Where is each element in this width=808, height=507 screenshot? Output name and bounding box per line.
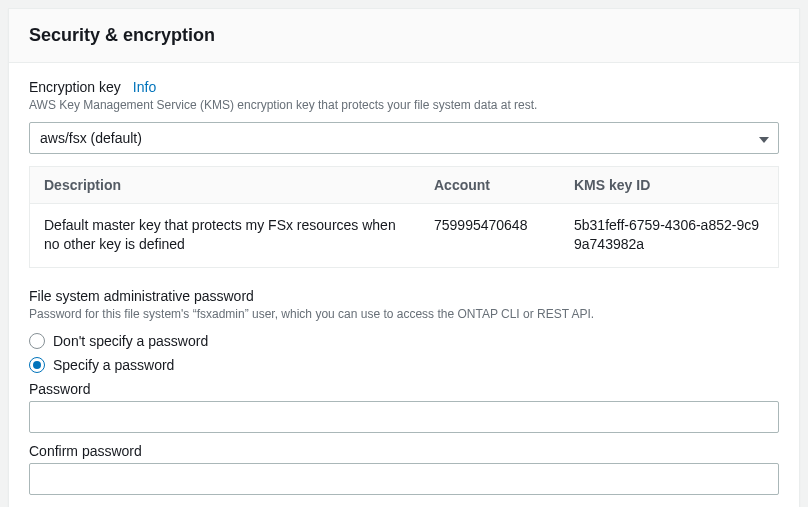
col-header-account: Account xyxy=(420,167,560,203)
password-input[interactable] xyxy=(29,401,779,433)
radio-specify-label: Specify a password xyxy=(53,357,174,373)
encryption-key-select-wrap: aws/fsx (default) xyxy=(29,122,779,154)
admin-password-section: File system administrative password Pass… xyxy=(29,288,779,495)
radio-icon-selected xyxy=(29,357,45,373)
cell-description: Default master key that protects my FSx … xyxy=(30,204,420,267)
table-row: Default master key that protects my FSx … xyxy=(30,204,778,267)
radio-specify[interactable]: Specify a password xyxy=(29,357,779,373)
radio-dont-specify-label: Don't specify a password xyxy=(53,333,208,349)
encryption-key-selected-value: aws/fsx (default) xyxy=(40,130,142,146)
confirm-password-block: Confirm password xyxy=(29,443,779,495)
kms-key-table-header: Description Account KMS key ID xyxy=(30,167,778,204)
cell-kms-key-id: 5b31feff-6759-4306-a852-9c99a743982a xyxy=(560,204,778,267)
password-block: Password xyxy=(29,381,779,433)
radio-dont-specify[interactable]: Don't specify a password xyxy=(29,333,779,349)
radio-icon xyxy=(29,333,45,349)
cell-account: 759995470648 xyxy=(420,204,560,267)
confirm-password-label: Confirm password xyxy=(29,443,779,459)
radio-dot-icon xyxy=(33,361,41,369)
encryption-key-select[interactable]: aws/fsx (default) xyxy=(29,122,779,154)
info-link[interactable]: Info xyxy=(133,79,156,95)
encryption-key-hint: AWS Key Management Service (KMS) encrypt… xyxy=(29,97,779,114)
security-encryption-panel: Security & encryption Encryption key Inf… xyxy=(8,8,800,507)
panel-body: Encryption key Info AWS Key Management S… xyxy=(9,63,799,507)
admin-password-hint: Password for this file system's “fsxadmi… xyxy=(29,306,779,323)
admin-password-radio-group: Don't specify a password Specify a passw… xyxy=(29,333,779,373)
col-header-description: Description xyxy=(30,167,420,203)
panel-header: Security & encryption xyxy=(9,9,799,63)
encryption-key-label-row: Encryption key Info xyxy=(29,79,779,95)
admin-password-label: File system administrative password xyxy=(29,288,779,304)
confirm-password-input[interactable] xyxy=(29,463,779,495)
panel-title: Security & encryption xyxy=(29,25,779,46)
encryption-key-label: Encryption key xyxy=(29,79,121,95)
kms-key-table: Description Account KMS key ID Default m… xyxy=(29,166,779,268)
col-header-kms-key-id: KMS key ID xyxy=(560,167,778,203)
password-label: Password xyxy=(29,381,779,397)
